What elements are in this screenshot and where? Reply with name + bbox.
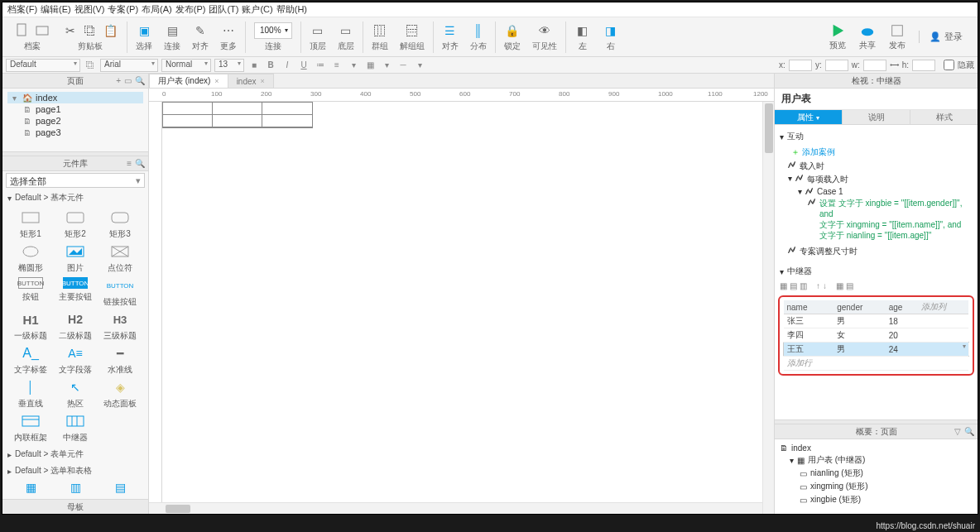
menu-layout[interactable]: 布局(A) [142, 3, 172, 16]
widget-label[interactable]: A_文字标签 [9, 345, 52, 376]
repeater-section[interactable]: ▾中继器 [780, 266, 973, 277]
group-icon[interactable]: ⿲ [372, 22, 388, 39]
col-age[interactable]: age [886, 300, 918, 314]
widget-vline[interactable]: │垂直线 [9, 379, 52, 410]
lib-search-icon[interactable]: 🔍 [135, 159, 145, 168]
outline-repeater[interactable]: ▾▦用户表 (中继器) [780, 453, 973, 467]
style-copy-icon[interactable]: ⿻ [84, 59, 97, 72]
table-row[interactable]: 张三男18 [784, 314, 969, 328]
rep-tool-icon[interactable]: ↓ [823, 281, 827, 290]
widget-dynamic-panel[interactable]: ◈动态面板 [98, 379, 142, 410]
rep-tool-icon[interactable]: ▦ [836, 281, 843, 290]
italic-icon[interactable]: I [281, 59, 294, 72]
horizontal-scrollbar[interactable] [149, 502, 762, 514]
page-node-page1[interactable]: 🗎page1 [7, 103, 143, 115]
bullets-icon[interactable]: ≔ [314, 59, 327, 72]
widget-placeholder[interactable]: 点位符 [98, 243, 142, 274]
menu-project[interactable]: 专案(P) [108, 3, 138, 16]
close-icon[interactable]: × [214, 77, 219, 85]
visibility-icon[interactable]: 👁 [536, 22, 553, 39]
widget-rect1[interactable]: 矩形1 [9, 209, 52, 240]
widget-primary-button[interactable]: BUTTON主要按钮 [54, 277, 97, 308]
widget-hotspot[interactable]: ↖热区 [54, 379, 97, 410]
align-left-icon[interactable]: ≡ [330, 59, 343, 72]
weight-select[interactable]: Normal [161, 59, 211, 72]
outline-item[interactable]: ▭xingming (矩形) [780, 480, 973, 493]
table-row[interactable]: 李四女20 [784, 328, 969, 343]
x-input[interactable] [789, 60, 812, 71]
select-tool-icon[interactable]: ▣ [136, 22, 152, 39]
share-button[interactable]: 共享 [859, 23, 876, 51]
widget-repeater[interactable]: 中继器 [54, 413, 97, 443]
front-icon[interactable]: ▭ [310, 22, 326, 39]
rep-tool-icon[interactable]: ▥ [800, 281, 807, 290]
widget-rect2[interactable]: 矩形2 [54, 209, 97, 240]
interactions-section[interactable]: ▾互动 [780, 131, 973, 142]
copy-icon[interactable]: ⿻ [82, 22, 98, 39]
widget-rect3[interactable]: 矩形3 [98, 209, 142, 240]
lib-menu-icon[interactable]: ≡ [127, 159, 132, 168]
new-file-icon[interactable] [14, 22, 31, 39]
menu-view[interactable]: 视图(V) [74, 3, 105, 16]
add-row[interactable]: 添加行 [784, 357, 969, 371]
page-node-page2[interactable]: 🗎page2 [7, 115, 143, 127]
font-select[interactable]: Arial [100, 59, 158, 72]
inspector-tab-style[interactable]: 样式 [910, 110, 978, 124]
add-case-link[interactable]: ＋ 添加案例 [780, 145, 973, 160]
vertical-scrollbar[interactable] [762, 102, 774, 514]
event-resize[interactable]: 🗲专案调整尺寸时 [788, 245, 973, 258]
distribute-icon[interactable]: ║ [470, 22, 487, 39]
color-icon[interactable]: ■ [247, 59, 261, 72]
rep-tool-icon[interactable]: ▤ [790, 281, 797, 290]
search-icon[interactable]: 🔍 [135, 76, 145, 85]
menu-edit[interactable]: 编辑(E) [41, 3, 71, 16]
login-button[interactable]: 👤登录 [919, 31, 963, 43]
widget-name-field[interactable]: 用户表 [775, 89, 978, 110]
h-input[interactable] [912, 60, 935, 71]
open-file-icon[interactable] [34, 22, 50, 39]
size-select[interactable]: 13 [214, 59, 244, 72]
masters-panel-header[interactable]: 母板 [2, 499, 148, 514]
outline-item[interactable]: ▭xingbie (矩形) [780, 493, 973, 506]
col-add[interactable]: 添加列 [918, 300, 968, 314]
more-tool-icon[interactable]: ⋯ [220, 22, 237, 39]
widget-h1[interactable]: H1一级标题 [9, 311, 52, 342]
align-icon[interactable]: ☰ [442, 22, 459, 39]
back-icon[interactable]: ▭ [338, 22, 354, 39]
rep-tool-icon[interactable]: ↑ [816, 281, 820, 290]
action-node[interactable]: 🗲 设置 文字于 xingbie = "[[item.gender]]", an… [788, 197, 973, 242]
menu-help[interactable]: 帮助(H) [276, 3, 307, 16]
left-align-icon[interactable]: ◧ [574, 22, 591, 39]
widget-button[interactable]: BUTTON按钮 [9, 277, 52, 308]
tab-index[interactable]: index× [228, 74, 274, 88]
menu-publish[interactable]: 发布(P) [175, 3, 206, 16]
publish-button[interactable]: 发布 [889, 23, 906, 51]
library-selector[interactable]: 选择全部 [6, 173, 145, 188]
close-icon[interactable]: × [261, 77, 265, 85]
outline-search-icon[interactable]: 🔍 [964, 427, 974, 436]
tab-user-table[interactable]: 用户表 (index)× [149, 74, 228, 88]
table-row[interactable]: 王五男24 [784, 343, 969, 357]
hidden-checkbox[interactable] [944, 60, 954, 70]
rep-tool-icon[interactable]: ▤ [846, 281, 853, 290]
widget-link-button[interactable]: BUTTON链接按钮 [98, 277, 142, 308]
col-gender[interactable]: gender [833, 300, 885, 314]
connect-tool-icon[interactable]: ▤ [164, 22, 180, 39]
library-cat-menu[interactable]: ▸Default > 选单和表格 [2, 463, 148, 479]
rep-tool-icon[interactable]: ▦ [780, 281, 787, 290]
col-name[interactable]: name [784, 300, 834, 314]
ungroup-icon[interactable]: ⿳ [404, 22, 420, 39]
library-cat-basic[interactable]: ▾Default > 基本元件 [2, 189, 148, 206]
style-preset-select[interactable]: Default [6, 59, 80, 72]
inspector-tab-notes[interactable]: 说明 [843, 110, 910, 124]
outline-root[interactable]: 🗎index [780, 443, 973, 453]
w-input[interactable] [863, 60, 886, 71]
event-onload[interactable]: 🗲载入时 [788, 160, 973, 173]
underline-icon[interactable]: U [297, 59, 310, 72]
filter-icon[interactable]: ▽ [954, 427, 961, 436]
event-item-load[interactable]: ▾🗲每项载入时 [788, 173, 973, 186]
widget-paragraph[interactable]: A≡文字段落 [54, 345, 97, 376]
right-align-icon[interactable]: ◨ [603, 22, 619, 39]
line-icon[interactable]: ─ [396, 59, 410, 72]
fill-icon[interactable]: ▦ [363, 59, 377, 72]
